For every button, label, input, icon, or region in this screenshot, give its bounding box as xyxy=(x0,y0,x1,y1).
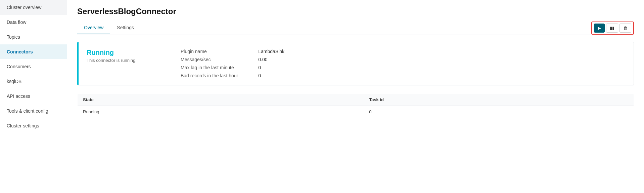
stat-label-bad-records: Bad records in the last hour xyxy=(181,73,238,78)
sidebar-item-connectors[interactable]: Connectors xyxy=(0,44,67,59)
table-header-row: State Task id xyxy=(78,94,634,106)
sidebar-item-api-access[interactable]: API access xyxy=(0,89,67,104)
stat-label-messages-sec: Messages/sec xyxy=(181,57,238,62)
pause-button[interactable]: ▮▮ xyxy=(606,24,618,33)
stat-value-plugin-name: LambdaSink xyxy=(258,49,284,54)
sidebar-item-topics[interactable]: Topics xyxy=(0,30,67,44)
pause-icon: ▮▮ xyxy=(610,26,614,31)
status-left: Running This connector is running. xyxy=(87,49,160,63)
main-content: ServerlessBlogConnector Overview Setting… xyxy=(67,0,644,193)
sidebar-item-ksqldb[interactable]: ksqlDB xyxy=(0,74,67,89)
tasks-table: State Task id Running 0 xyxy=(77,93,634,118)
tab-overview[interactable]: Overview xyxy=(77,22,110,34)
page-title: ServerlessBlogConnector xyxy=(77,7,634,16)
tab-settings[interactable]: Settings xyxy=(110,22,141,34)
stat-value-messages-sec: 0.00 xyxy=(258,57,284,62)
cell-state: Running xyxy=(78,106,364,118)
table-header: State Task id xyxy=(78,94,634,106)
sidebar-item-tools-client-config[interactable]: Tools & client config xyxy=(0,104,67,118)
sidebar-item-cluster-settings[interactable]: Cluster settings xyxy=(0,118,67,133)
cell-task-id: 0 xyxy=(364,106,634,118)
status-description: This connector is running. xyxy=(87,58,160,63)
stat-label-max-lag: Max lag in the last minute xyxy=(181,65,238,70)
status-title: Running xyxy=(87,49,160,56)
status-card: Running This connector is running. Plugi… xyxy=(77,42,634,85)
play-icon: ▶ xyxy=(598,26,601,31)
stat-value-max-lag: 0 xyxy=(258,65,284,70)
stat-label-plugin-name: Plugin name xyxy=(181,49,238,54)
delete-button[interactable]: 🗑 xyxy=(619,24,631,33)
tabs: Overview Settings xyxy=(77,22,141,34)
sidebar: Cluster overview Data flow Topics Connec… xyxy=(0,0,67,193)
sidebar-item-data-flow[interactable]: Data flow xyxy=(0,15,67,30)
status-stats: Plugin name LambdaSink Messages/sec 0.00… xyxy=(181,49,284,78)
trash-icon: 🗑 xyxy=(623,26,628,31)
sidebar-item-cluster-overview[interactable]: Cluster overview xyxy=(0,0,67,15)
stat-value-bad-records: 0 xyxy=(258,73,284,78)
table-body: Running 0 xyxy=(78,106,634,118)
table-row: Running 0 xyxy=(78,106,634,118)
column-header-state: State xyxy=(78,94,364,106)
sidebar-item-consumers[interactable]: Consumers xyxy=(0,59,67,74)
tabs-container: Overview Settings ▶ ▮▮ 🗑 xyxy=(77,22,634,35)
action-buttons-group: ▶ ▮▮ 🗑 xyxy=(591,22,634,35)
play-button[interactable]: ▶ xyxy=(594,24,605,33)
column-header-task-id: Task id xyxy=(364,94,634,106)
